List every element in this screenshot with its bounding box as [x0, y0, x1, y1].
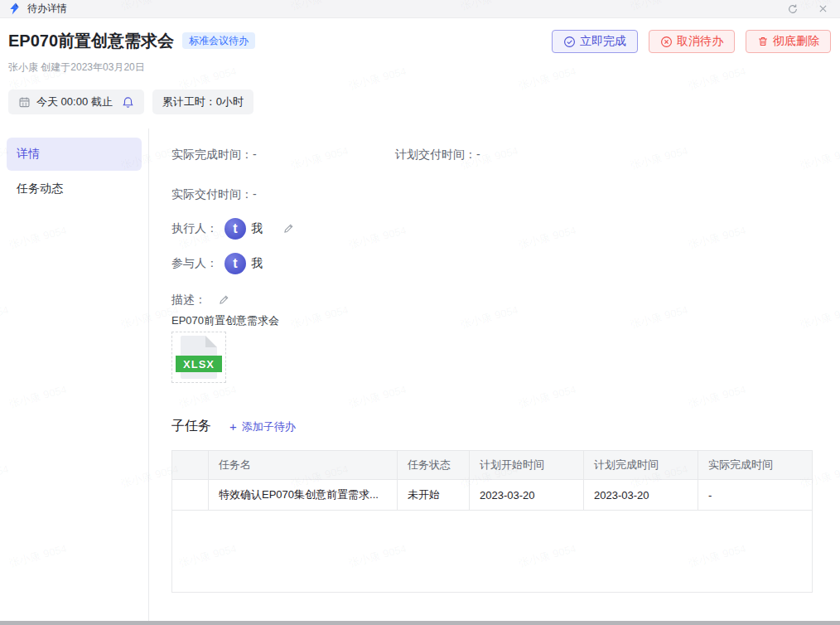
actual-delivery-time-label: 实际交付时间：: [171, 187, 253, 201]
row-checkbox-cell[interactable]: [172, 480, 209, 510]
window-bottom-edge: [0, 621, 840, 625]
trash-icon: [757, 36, 769, 47]
bell-icon[interactable]: [122, 96, 134, 109]
delete-permanently-label: 彻底删除: [773, 34, 819, 49]
creator-line: 张小康 创建于2023年03月20日: [8, 61, 831, 75]
row-planned-complete: 2023-03-20: [584, 480, 698, 510]
sidebar-item-details[interactable]: 详情: [7, 138, 142, 171]
actual-complete-time-value: -: [253, 148, 257, 161]
row-actual-complete: -: [698, 480, 812, 510]
cancel-todo-button[interactable]: 取消待办: [649, 30, 735, 53]
check-circle-icon: [563, 36, 576, 48]
add-subtask-link[interactable]: + 添加子待办: [229, 419, 296, 434]
edit-description-icon[interactable]: [218, 294, 229, 306]
description-row: 描述：: [171, 293, 820, 308]
header-actual-complete: 实际完成时间: [698, 451, 812, 479]
executor-name: 我: [251, 221, 263, 236]
executor-label: 执行人：: [171, 221, 218, 236]
time-fields: 实际完成时间：- 计划交付时间：- 实际交付时间：-: [171, 148, 820, 200]
header-checkbox-cell: [172, 451, 209, 479]
edit-executor-icon[interactable]: [282, 223, 294, 235]
participant-name: 我: [251, 256, 263, 271]
planned-delivery-time-label: 计划交付时间：: [395, 148, 476, 161]
actual-complete-time-label: 实际完成时间：: [171, 148, 253, 161]
status-badge: 标准会议待办: [182, 32, 255, 49]
attachment-xlsx[interactable]: XLSX: [171, 332, 226, 383]
planned-delivery-time-field: 计划交付时间：-: [395, 148, 820, 160]
complete-now-button[interactable]: 立即完成: [552, 30, 638, 53]
file-type-ribbon: XLSX: [176, 356, 222, 372]
actual-complete-time-field: 实际完成时间：-: [171, 148, 395, 160]
subtask-table-header: 任务名 任务状态 计划开始时间 计划完成时间 实际完成时间: [172, 451, 812, 479]
header-planned-complete: 计划完成时间: [584, 451, 698, 479]
hours-text: 累计工时：0小时: [162, 94, 244, 109]
deadline-text: 今天 00:00 截止: [36, 94, 113, 109]
actual-delivery-time-value: -: [253, 187, 257, 201]
sidebar-item-activity-label: 任务动态: [17, 182, 63, 196]
header-planned-start: 计划开始时间: [470, 451, 584, 479]
subtask-table-empty-area: [172, 510, 812, 592]
header-task-status: 任务状态: [398, 451, 470, 479]
task-header: EP070前置创意需求会 标准会议待办 立即完成 取消待办: [0, 18, 840, 128]
row-task-status: 未开始: [398, 480, 470, 510]
description-text: EP070前置创意需求会: [171, 313, 820, 328]
sidebar-item-details-label: 详情: [17, 147, 40, 162]
window-titlebar: 待办详情: [0, 0, 840, 18]
calendar-icon: [18, 96, 31, 109]
window-title: 待办详情: [27, 2, 67, 16]
planned-delivery-time-value: -: [476, 148, 480, 161]
participant-row: 参与人： t 我: [171, 253, 820, 274]
file-document-icon: XLSX: [181, 336, 217, 379]
executor-avatar[interactable]: t: [224, 218, 246, 240]
subtask-table-row[interactable]: 特效确认EP070集创意前置需求... 未开始 2023-03-20 2023-…: [172, 479, 812, 510]
header-task-name: 任务名: [209, 451, 398, 479]
row-task-name[interactable]: 特效确认EP070集创意前置需求...: [209, 480, 398, 510]
subtasks-title: 子任务: [171, 418, 211, 435]
app-logo-icon: [8, 2, 21, 15]
deadline-chip[interactable]: 今天 00:00 截止: [8, 90, 144, 114]
hours-chip: 累计工时：0小时: [152, 90, 253, 114]
details-panel: 实际完成时间：- 计划交付时间：- 实际交付时间：- 执行人： t 我 参与人：…: [149, 128, 840, 621]
page-title: EP070前置创意需求会: [8, 30, 174, 51]
executor-row: 执行人： t 我: [171, 218, 820, 240]
delete-permanently-button[interactable]: 彻底删除: [746, 30, 831, 53]
participant-label: 参与人：: [171, 256, 218, 271]
sidebar: 详情 任务动态: [0, 128, 149, 621]
actual-delivery-time-field: 实际交付时间：-: [171, 188, 395, 200]
row-planned-start: 2023-03-20: [470, 480, 584, 510]
page-fold: [205, 336, 217, 347]
subtask-table: 任务名 任务状态 计划开始时间 计划完成时间 实际完成时间 特效确认EP070集…: [171, 450, 813, 593]
participant-avatar[interactable]: t: [224, 253, 246, 274]
plus-icon: +: [229, 419, 237, 434]
sidebar-item-activity[interactable]: 任务动态: [7, 172, 142, 206]
x-circle-icon: [660, 36, 673, 48]
add-subtask-label: 添加子待办: [242, 419, 296, 434]
close-icon[interactable]: [813, 2, 832, 17]
refresh-icon[interactable]: [784, 2, 802, 17]
complete-now-label: 立即完成: [580, 34, 626, 49]
cancel-todo-label: 取消待办: [677, 34, 723, 49]
description-label: 描述：: [171, 293, 206, 308]
